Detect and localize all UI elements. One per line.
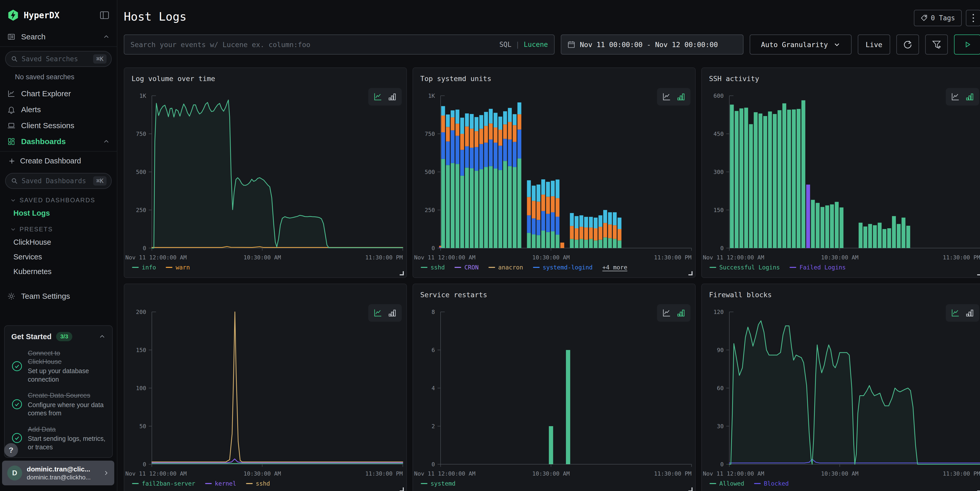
legend-more-link[interactable]: +4 more bbox=[603, 264, 627, 271]
chart-card-log-volume: Log volume over time02505007501KNov 11 1… bbox=[124, 67, 407, 278]
card-resize-handle[interactable] bbox=[689, 271, 692, 275]
sidebar-preset-clickhouse[interactable]: ClickHouse bbox=[0, 235, 117, 249]
sidebar-item-search[interactable]: Search bbox=[0, 29, 117, 45]
tags-button[interactable]: 0 Tags bbox=[914, 10, 962, 26]
get-started-step-add-data[interactable]: Add Data Start sending logs, metrics, or… bbox=[11, 425, 105, 451]
chart-canvas[interactable]: 02505007501KNov 11 12:00:00 AM10:30:00 A… bbox=[124, 91, 406, 262]
legend-label: kernel bbox=[215, 480, 236, 487]
legend-item[interactable]: warn bbox=[166, 264, 190, 271]
bar-view-button[interactable] bbox=[388, 308, 397, 318]
legend-label: warn bbox=[175, 264, 190, 271]
svg-text:Nov 11 12:00:00 AM: Nov 11 12:00:00 AM bbox=[414, 254, 475, 261]
sidebar-item-team-settings[interactable]: Team Settings bbox=[0, 288, 117, 304]
sidebar-dashboard-host-logs[interactable]: Host Logs bbox=[0, 206, 117, 221]
sidebar-item-client-sessions[interactable]: Client Sessions bbox=[0, 118, 117, 133]
legend-swatch bbox=[421, 483, 428, 484]
more-options-button[interactable] bbox=[966, 10, 980, 26]
line-view-button[interactable] bbox=[951, 308, 960, 318]
bar-view-button[interactable] bbox=[388, 92, 397, 102]
sidebar-collapse-icon[interactable] bbox=[99, 11, 110, 19]
legend-item[interactable]: info bbox=[132, 264, 156, 271]
line-view-button[interactable] bbox=[662, 308, 671, 318]
legend-item[interactable]: Blocked bbox=[754, 480, 789, 487]
legend-item[interactable]: Allowed bbox=[710, 480, 744, 487]
chart-canvas[interactable]: 02505007501KNov 11 12:00:00 AM10:30:00 A… bbox=[413, 91, 695, 262]
divider bbox=[0, 46, 117, 47]
line-view-button[interactable] bbox=[662, 92, 671, 102]
legend-label: fail2ban-server bbox=[142, 480, 195, 487]
legend-item[interactable]: systemd bbox=[421, 480, 455, 487]
create-dashboard-button[interactable]: Create Dashboard bbox=[0, 153, 117, 169]
get-started-step-sources[interactable]: Create Data Sources Configure where your… bbox=[11, 391, 105, 417]
chart-canvas[interactable]: 0150300450600Nov 11 12:00:00 AM10:30:00 … bbox=[702, 91, 980, 262]
brand-name: HyperDX bbox=[24, 10, 99, 20]
bar-view-button[interactable] bbox=[965, 308, 974, 318]
svg-text:10:30:00 AM: 10:30:00 AM bbox=[243, 470, 281, 477]
legend-item[interactable]: kernel bbox=[205, 480, 236, 487]
chart-legend: infowarn bbox=[132, 264, 190, 271]
svg-text:11:30:00 PM: 11:30:00 PM bbox=[365, 254, 403, 261]
step-description: Set up your database connection bbox=[28, 367, 105, 383]
get-started-header[interactable]: Get Started 3/3 bbox=[11, 332, 105, 341]
saved-dashboards-field[interactable] bbox=[22, 177, 93, 185]
filter-button[interactable] bbox=[925, 35, 948, 54]
presets-section-header[interactable]: PRESETS bbox=[0, 221, 117, 235]
sidebar-item-dashboards[interactable]: Dashboards bbox=[0, 133, 117, 149]
card-resize-handle[interactable] bbox=[689, 488, 692, 491]
line-view-button[interactable] bbox=[373, 92, 382, 102]
bar-view-button[interactable] bbox=[676, 92, 686, 102]
lucene-mode-toggle[interactable]: Lucene bbox=[524, 41, 548, 48]
chart-legend: systemd bbox=[421, 480, 455, 487]
legend-item[interactable]: sshd bbox=[246, 480, 270, 487]
line-view-button[interactable] bbox=[951, 92, 960, 102]
saved-searches-input[interactable]: ⌘K bbox=[5, 51, 112, 67]
chart-legend: fail2ban-serverkernelsshd bbox=[132, 480, 270, 487]
card-resize-handle[interactable] bbox=[977, 488, 980, 491]
legend-item[interactable]: anacron bbox=[488, 264, 523, 271]
legend-item[interactable]: Failed Logins bbox=[789, 264, 846, 271]
sql-mode-toggle[interactable]: SQL bbox=[499, 41, 511, 48]
saved-dashboards-section-header[interactable]: SAVED DASHBOARDS bbox=[0, 191, 117, 206]
user-menu[interactable]: D dominic.tran@clic... dominic.tran@clic… bbox=[2, 461, 114, 485]
svg-text:0: 0 bbox=[431, 245, 435, 251]
chart-canvas[interactable]: 0306090120Nov 11 12:00:00 AM10:30:00 AM1… bbox=[702, 307, 980, 478]
time-range-picker[interactable]: Nov 11 00:00:00 - Nov 12 00:00:00 bbox=[561, 35, 743, 54]
legend-swatch bbox=[488, 267, 495, 268]
chart-canvas[interactable]: 02468Nov 11 12:00:00 AM10:30:00 AM11:30:… bbox=[413, 307, 695, 478]
live-button[interactable]: Live bbox=[858, 35, 890, 54]
card-resize-handle[interactable] bbox=[400, 488, 404, 491]
legend-item[interactable]: CRON bbox=[455, 264, 479, 271]
chart-view-toggle bbox=[946, 304, 979, 322]
chart-card-systemd-units: Top systemd units02505007501KNov 11 12:0… bbox=[412, 67, 695, 278]
refresh-icon bbox=[903, 40, 913, 49]
sidebar-item-alerts[interactable]: Alerts bbox=[0, 102, 117, 118]
svg-text:0: 0 bbox=[720, 461, 724, 467]
card-resize-handle[interactable] bbox=[400, 271, 404, 275]
granularity-select[interactable]: Auto Granularity bbox=[750, 35, 851, 54]
legend-item[interactable]: systemd-logind bbox=[533, 264, 593, 271]
sidebar-preset-services[interactable]: Services bbox=[0, 249, 117, 264]
saved-searches-field[interactable] bbox=[22, 55, 93, 63]
svg-text:300: 300 bbox=[713, 169, 724, 175]
legend-label: sshd bbox=[431, 264, 445, 271]
saved-dashboards-input[interactable]: ⌘K bbox=[5, 173, 112, 189]
user-name: dominic.tran@clic... bbox=[27, 465, 103, 473]
legend-label: systemd bbox=[431, 480, 455, 487]
event-search-box[interactable]: SQL | Lucene bbox=[124, 35, 555, 54]
svg-text:450: 450 bbox=[713, 131, 724, 137]
get-started-step-connect[interactable]: Connect to ClickHouse Set up your databa… bbox=[11, 349, 105, 383]
line-view-button[interactable] bbox=[373, 308, 382, 318]
refresh-button[interactable] bbox=[896, 35, 919, 54]
event-search-input[interactable] bbox=[130, 41, 499, 49]
card-resize-handle[interactable] bbox=[977, 271, 980, 275]
bar-view-button[interactable] bbox=[965, 92, 974, 102]
sidebar-preset-kubernetes[interactable]: Kubernetes bbox=[0, 264, 117, 279]
chart-canvas[interactable]: 050100150200Nov 11 12:00:00 AM10:30:00 A… bbox=[124, 307, 406, 478]
sidebar-item-chart-explorer[interactable]: Chart Explorer bbox=[0, 86, 117, 102]
legend-item[interactable]: fail2ban-server bbox=[132, 480, 195, 487]
legend-item[interactable]: Successful Logins bbox=[710, 264, 780, 271]
legend-item[interactable]: sshd bbox=[421, 264, 445, 271]
bar-view-button[interactable] bbox=[676, 308, 686, 318]
help-button[interactable]: ? bbox=[4, 443, 18, 457]
run-query-button[interactable] bbox=[954, 35, 980, 54]
